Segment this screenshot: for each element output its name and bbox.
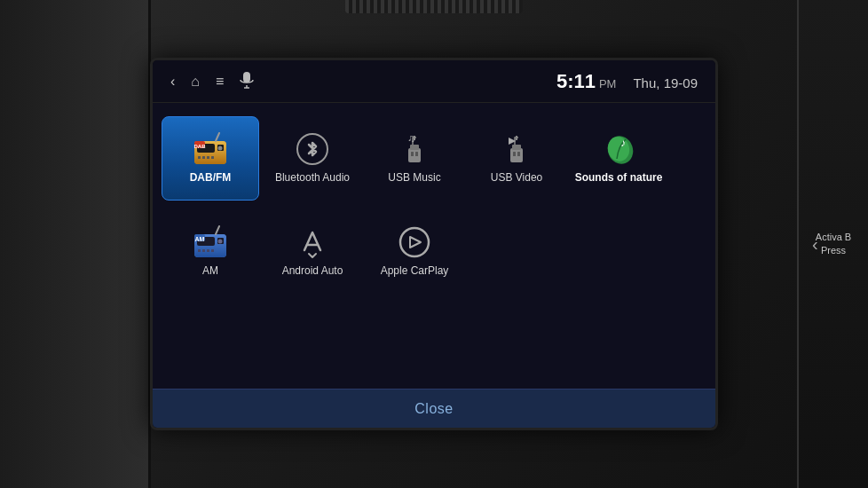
svg-rect-22	[510, 148, 523, 162]
media-item-android-auto[interactable]: Android Auto	[264, 209, 361, 294]
car-background: ‹ ⌂ ≡ 5:11 PM Thu, 19-09	[0, 0, 868, 488]
status-bar: ‹ ⌂ ≡ 5:11 PM Thu, 19-09	[153, 60, 715, 103]
svg-rect-19	[410, 145, 419, 150]
right-panel-text: Activa B Press	[799, 226, 868, 263]
sounds-of-nature-label: Sounds of nature	[575, 171, 663, 185]
media-item-apple-carplay[interactable]: Apple CarPlay	[366, 209, 463, 294]
menu-button[interactable]: ≡	[216, 74, 224, 90]
media-item-bluetooth-audio[interactable]: Bluetooth Audio	[264, 116, 361, 201]
vent-decoration	[345, 0, 523, 13]
media-item-dab-fm[interactable]: DAB DAB/FM	[162, 116, 259, 201]
media-row-2: AM AM	[162, 209, 706, 294]
mic-button[interactable]	[240, 71, 254, 92]
svg-rect-37	[202, 249, 205, 252]
svg-rect-23	[513, 152, 516, 156]
media-item-sounds-of-nature[interactable]: ♪ Sounds of nature	[570, 116, 667, 201]
media-item-usb-music[interactable]: ♫ USB Music	[366, 116, 463, 201]
svg-marker-44	[410, 237, 421, 248]
back-button[interactable]: ‹	[170, 74, 175, 90]
time-display: 5:11 PM Thu, 19-09	[556, 70, 698, 93]
am-icon: AM	[191, 225, 230, 259]
svg-rect-8	[198, 156, 201, 159]
usb-video-icon	[500, 132, 533, 166]
media-item-am[interactable]: AM AM	[162, 209, 259, 294]
close-button-label: Close	[414, 401, 453, 417]
svg-rect-18	[415, 152, 418, 156]
svg-point-35	[218, 239, 223, 243]
clock-time: 5:11	[556, 70, 596, 93]
svg-rect-36	[198, 249, 201, 252]
media-grid: DAB DAB/FM	[153, 103, 715, 389]
media-item-usb-video[interactable]: USB Video	[468, 116, 565, 201]
main-content: DAB DAB/FM	[153, 103, 715, 428]
svg-rect-17	[411, 152, 414, 156]
apple-carplay-label: Apple CarPlay	[381, 264, 449, 279]
dab-fm-label: DAB/FM	[190, 171, 232, 185]
svg-rect-38	[207, 249, 209, 252]
svg-text:♫: ♫	[407, 132, 415, 145]
left-dash-panel	[0, 0, 151, 488]
svg-rect-39	[211, 249, 214, 252]
svg-line-12	[216, 133, 219, 141]
right-side-panel: ‹ Activa B Press	[797, 0, 868, 488]
svg-rect-11	[211, 156, 214, 159]
svg-point-43	[400, 228, 429, 256]
clock-ampm: PM	[599, 77, 617, 91]
infotainment-screen: ‹ ⌂ ≡ 5:11 PM Thu, 19-09	[150, 58, 718, 430]
usb-video-label: USB Video	[491, 171, 542, 185]
close-button[interactable]: Close	[153, 389, 715, 428]
dab-fm-icon: DAB	[191, 132, 230, 166]
svg-line-40	[216, 226, 219, 234]
svg-rect-0	[243, 72, 250, 83]
svg-point-7	[218, 146, 223, 150]
android-auto-icon	[296, 225, 329, 259]
usb-music-icon: ♫	[398, 132, 431, 166]
svg-rect-24	[517, 152, 520, 156]
apple-carplay-icon	[398, 225, 431, 259]
svg-text:♪: ♪	[620, 137, 626, 149]
am-label: AM	[202, 264, 218, 279]
svg-text:AM: AM	[195, 236, 205, 242]
right-chevron-icon[interactable]: ‹	[812, 234, 818, 255]
usb-music-label: USB Music	[388, 171, 440, 185]
svg-rect-25	[512, 145, 521, 150]
svg-rect-10	[207, 156, 209, 159]
android-auto-label: Android Auto	[282, 264, 343, 279]
media-row-1: DAB DAB/FM	[162, 116, 706, 201]
bluetooth-audio-label: Bluetooth Audio	[275, 171, 350, 185]
svg-text:DAB: DAB	[194, 144, 207, 149]
svg-rect-9	[202, 156, 205, 159]
nav-controls: ‹ ⌂ ≡	[170, 71, 254, 92]
svg-rect-16	[408, 148, 421, 162]
home-button[interactable]: ⌂	[191, 74, 200, 90]
date-display: Thu, 19-09	[633, 75, 698, 91]
sounds-of-nature-icon: ♪	[601, 132, 636, 166]
bluetooth-audio-icon	[296, 132, 329, 166]
